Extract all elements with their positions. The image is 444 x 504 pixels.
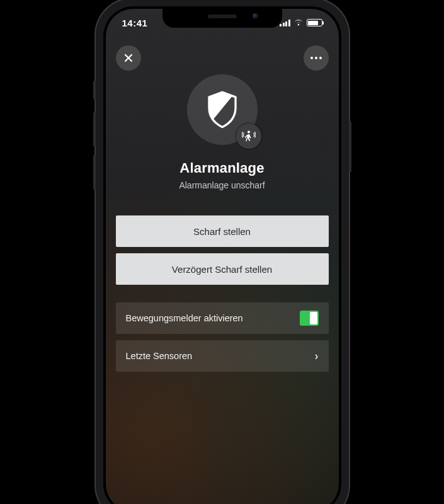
motion-sensor-icon <box>242 129 256 143</box>
hero: Alarmanlage Alarmanlage unscharf <box>116 74 329 190</box>
close-button[interactable] <box>116 45 141 71</box>
phone-switch <box>93 81 96 100</box>
arm-delayed-button[interactable]: Verzögert Scharf stellen <box>116 253 329 285</box>
last-sensors-row[interactable]: Letzte Sensoren › <box>116 340 329 372</box>
last-sensors-label: Letzte Sensoren <box>126 351 193 361</box>
status-icons <box>280 19 322 26</box>
top-bar <box>116 45 329 71</box>
settings-rows: Bewegungsmelder aktivieren Letzte Sensor… <box>116 302 329 372</box>
arm-button[interactable]: Scharf stellen <box>116 215 329 247</box>
phone-frame: 14:41 <box>96 0 349 504</box>
close-icon <box>123 53 134 63</box>
status-time: 14:41 <box>122 18 148 28</box>
more-button[interactable] <box>304 45 329 71</box>
phone-bezel: 14:41 <box>103 6 341 504</box>
alarm-icon-circle <box>187 74 258 145</box>
phone-vol-up <box>93 112 96 147</box>
stage: 14:41 <box>0 0 444 504</box>
motion-detector-toggle[interactable] <box>300 311 319 326</box>
motion-detector-row[interactable]: Bewegungsmelder aktivieren <box>116 302 329 334</box>
wifi-icon <box>293 19 304 26</box>
motion-detector-label: Bewegungsmelder aktivieren <box>126 313 243 323</box>
page-title: Alarmanlage <box>179 160 264 176</box>
shield-icon <box>205 90 239 129</box>
phone-power <box>349 122 351 172</box>
battery-icon <box>307 19 322 26</box>
notch <box>162 9 282 28</box>
screen: 14:41 <box>106 9 339 504</box>
chevron-right-icon: › <box>315 350 319 363</box>
actions: Scharf stellen Verzögert Scharf stellen <box>116 215 329 285</box>
more-icon <box>310 57 322 59</box>
cellular-icon <box>280 20 290 26</box>
phone-vol-down <box>93 155 96 190</box>
status-subtitle: Alarmanlage unscharf <box>179 180 265 190</box>
svg-point-0 <box>247 131 249 134</box>
content: Alarmanlage Alarmanlage unscharf Scharf … <box>106 9 339 504</box>
motion-badge <box>236 123 261 149</box>
